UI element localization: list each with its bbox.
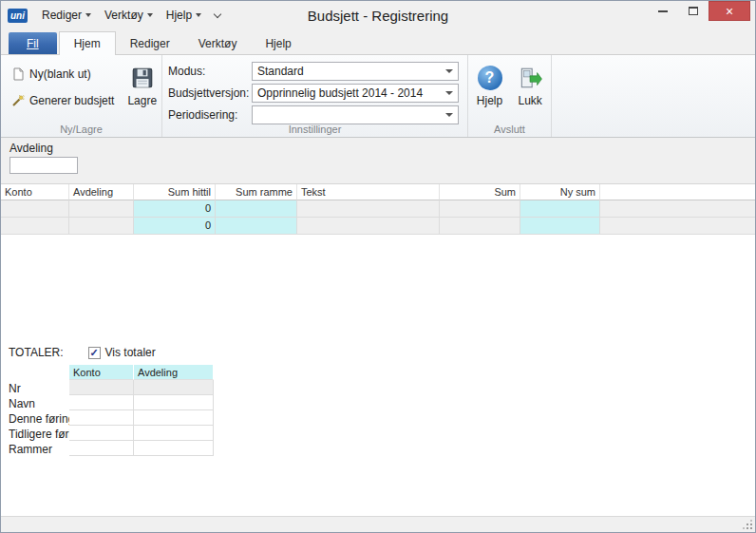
menu-label: Hjelp <box>166 9 192 22</box>
save-button[interactable]: Lagre <box>121 59 163 122</box>
grid-header-row: Konto Avdeling Sum hittil Sum ramme Teks… <box>1 184 755 200</box>
menu-label: Rediger <box>42 9 82 22</box>
periodisering-label: Periodisering: <box>168 108 252 122</box>
button-label: Lagre <box>127 94 157 107</box>
generate-budget-button[interactable]: Generer budsjett <box>7 91 119 110</box>
close-icon: × <box>726 5 733 18</box>
totals-cell <box>69 395 134 410</box>
button-label: Ny(blank ut) <box>29 67 91 81</box>
cell-sum-hittil[interactable]: 0 <box>134 218 216 235</box>
avdeling-input[interactable] <box>9 157 78 174</box>
app-logo-icon: uni <box>8 9 28 23</box>
column-header-sum-hittil[interactable]: Sum hittil <box>134 184 216 200</box>
ribbon-group-label: Ny/Lagre <box>1 124 161 135</box>
totals-cell <box>69 410 134 426</box>
tab-verktoy[interactable]: Verktøy <box>184 32 252 54</box>
selected-value: Opprinnelig budsjett 2014 - 2014 <box>257 86 423 100</box>
totals-column-avdeling: Avdeling <box>134 365 214 380</box>
totals-cell <box>69 426 134 441</box>
maximize-button[interactable] <box>678 1 709 21</box>
totals-row-label: Tidligere føri... <box>9 426 69 441</box>
modus-label: Modus: <box>168 65 252 78</box>
ribbon-group-innstillinger: Modus: Standard Budsjettversjon: Opprinn… <box>162 55 468 137</box>
cell-sum-hittil[interactable]: 0 <box>134 200 216 218</box>
minimize-icon <box>658 10 668 12</box>
window-title: Budsjett - Registrering <box>308 8 448 24</box>
button-label: Lukk <box>519 94 542 107</box>
resize-grip[interactable] <box>743 520 752 529</box>
column-header-konto[interactable]: Konto <box>1 184 69 200</box>
totals-header: TOTALER: ✓ Vis totaler <box>9 344 755 361</box>
exit-door-icon <box>518 66 542 90</box>
titlebar-menu-verktoy[interactable]: Verktøy <box>98 6 160 25</box>
cell-sum[interactable] <box>440 200 520 218</box>
totals-row-nr: Nr <box>9 380 755 395</box>
button-label: Generer budsjett <box>29 94 114 107</box>
totals-row-label: Denne føring: <box>9 410 69 426</box>
ribbon-group-avslutt: ? Hjelp Lukk Avslutt <box>468 55 552 137</box>
cell-tekst[interactable] <box>297 200 440 218</box>
window-controls: × <box>648 1 750 21</box>
cell-sum[interactable] <box>440 218 520 235</box>
chevron-down-icon <box>147 13 153 17</box>
chevron-down-icon <box>442 86 456 101</box>
tab-rediger[interactable]: Rediger <box>116 32 184 54</box>
totals-header-row: Konto Avdeling <box>9 365 755 380</box>
column-header-sum-ramme[interactable]: Sum ramme <box>216 184 297 200</box>
totals-table: Konto Avdeling Nr Navn Denne føring: <box>9 365 755 456</box>
cell-tekst[interactable] <box>297 218 440 235</box>
cell-sum-ramme[interactable] <box>216 218 297 235</box>
ribbon-group-ny-lagre: Ny(blank ut) Generer budsjett <box>1 55 162 137</box>
filter-panel: Avdeling <box>1 138 755 184</box>
column-header-avdeling[interactable]: Avdeling <box>69 184 134 200</box>
checkbox-icon: ✓ <box>88 347 101 359</box>
modus-select[interactable]: Standard <box>252 62 459 81</box>
budsjettversjon-select[interactable]: Opprinnelig budsjett 2014 - 2014 <box>252 84 459 103</box>
magic-wand-icon <box>11 94 25 107</box>
cell-sum-ramme[interactable] <box>216 200 297 218</box>
column-header-tekst[interactable]: Tekst <box>297 184 440 200</box>
show-totals-checkbox[interactable]: ✓ Vis totaler <box>88 346 156 359</box>
selected-value: Standard <box>257 65 304 78</box>
totals-section: TOTALER: ✓ Vis totaler Konto Avdeling Nr <box>1 344 755 456</box>
cell-ny-sum[interactable] <box>520 200 600 218</box>
tab-hjem[interactable]: Hjem <box>59 31 116 55</box>
cell-avdeling[interactable] <box>69 200 134 218</box>
cell-ny-sum[interactable] <box>520 218 600 235</box>
ribbon-small-buttons: Ny(blank ut) Generer budsjett <box>7 59 119 122</box>
totals-row-navn: Navn <box>9 395 755 410</box>
status-bar <box>1 516 755 532</box>
help-button[interactable]: ? Hjelp <box>470 59 509 122</box>
totals-column-konto: Konto <box>69 365 134 380</box>
close-button[interactable]: × <box>709 1 750 21</box>
modus-row: Modus: Standard <box>168 62 462 81</box>
periodisering-row: Periodisering: <box>168 105 462 124</box>
checkbox-label: Vis totaler <box>105 346 156 359</box>
column-header-sum[interactable]: Sum <box>440 184 520 200</box>
titlebar-menu-hjelp[interactable]: Hjelp <box>160 6 208 25</box>
ribbon-group-label: Innstillinger <box>162 124 467 135</box>
avdeling-label: Avdeling <box>9 142 755 155</box>
titlebar-menu-rediger[interactable]: Rediger <box>35 6 98 25</box>
ribbon-spacer <box>552 55 755 137</box>
check-icon: ✓ <box>89 348 98 358</box>
totals-cell <box>134 426 214 441</box>
close-form-button[interactable]: Lukk <box>511 59 549 122</box>
quick-access-toolbar: Rediger Verktøy Hjelp <box>35 6 227 25</box>
cell-filler <box>600 218 755 235</box>
tab-fil[interactable]: Fil <box>9 32 57 54</box>
tab-hjelp[interactable]: Hjelp <box>251 32 305 54</box>
cell-avdeling[interactable] <box>69 218 134 235</box>
grid-row: 0 <box>1 200 755 218</box>
ribbon-tab-bar: Fil Hjem Rediger Verktøy Hjelp <box>1 29 755 54</box>
minimize-button[interactable] <box>648 1 678 21</box>
maximize-icon <box>689 7 698 15</box>
chevron-down-icon <box>442 107 456 123</box>
totals-row-tidligere-foring: Tidligere føri... <box>9 426 755 441</box>
cell-konto[interactable] <box>1 218 69 235</box>
customize-toolbar-button[interactable] <box>208 11 227 20</box>
periodisering-select[interactable] <box>252 105 459 124</box>
new-blank-button[interactable]: Ny(blank ut) <box>7 65 119 84</box>
cell-konto[interactable] <box>1 200 69 218</box>
column-header-ny-sum[interactable]: Ny sum <box>520 184 600 200</box>
